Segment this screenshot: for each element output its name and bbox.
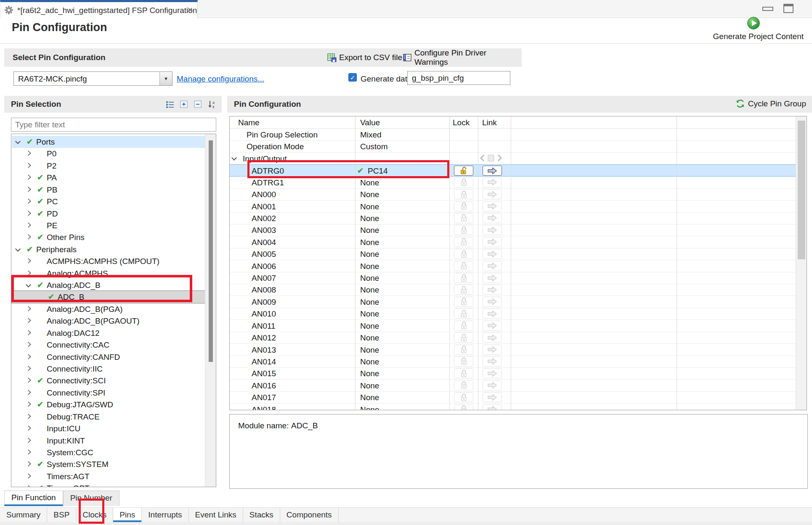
tree-scrollbar[interactable] bbox=[205, 134, 216, 487]
pin-value[interactable]: None bbox=[360, 357, 379, 367]
lock-button[interactable] bbox=[454, 356, 473, 367]
tree-item-input-icu[interactable]: Input:ICU bbox=[12, 422, 205, 435]
link-button[interactable] bbox=[483, 392, 502, 402]
tree-item-connectivity-iic[interactable]: Connectivity:IIC bbox=[12, 363, 205, 375]
tree-item-pe[interactable]: PE bbox=[12, 219, 205, 232]
lock-button[interactable] bbox=[454, 225, 473, 235]
lock-button[interactable] bbox=[454, 249, 473, 259]
link-button[interactable] bbox=[483, 297, 502, 307]
chevron-down-icon[interactable] bbox=[26, 282, 31, 288]
pin-row-an000[interactable]: AN000None bbox=[230, 188, 796, 201]
lock-button[interactable] bbox=[454, 309, 473, 319]
lock-button[interactable] bbox=[454, 392, 473, 402]
pin-configuration-select[interactable]: RA6T2-MCK.pincfg ▼ bbox=[13, 71, 172, 86]
chevron-right-icon[interactable] bbox=[26, 449, 31, 455]
pin-row-an012[interactable]: AN012None bbox=[230, 332, 796, 344]
pin-value[interactable]: None bbox=[360, 285, 379, 295]
column-header-link[interactable]: Link bbox=[482, 118, 497, 127]
tab-pins[interactable]: Pins bbox=[113, 508, 142, 522]
pin-row-an006[interactable]: AN006None bbox=[230, 260, 796, 272]
chevron-right-icon[interactable] bbox=[26, 473, 31, 479]
pin-row-an017[interactable]: AN017None bbox=[230, 391, 796, 404]
lock-button[interactable] bbox=[454, 368, 473, 378]
link-button[interactable] bbox=[483, 225, 502, 235]
pin-value[interactable]: None bbox=[360, 381, 379, 390]
tree-item-timers-gpt[interactable]: ✔Timers:GPT bbox=[12, 482, 205, 487]
expand-all-icon[interactable] bbox=[179, 99, 189, 109]
pin-value[interactable]: None bbox=[360, 369, 379, 378]
tree-item-pc[interactable]: ✔PC bbox=[12, 195, 205, 208]
link-button[interactable] bbox=[483, 285, 502, 295]
pin-nav-control[interactable] bbox=[479, 154, 503, 164]
tab-interrupts[interactable]: Interrupts bbox=[142, 508, 188, 522]
chevron-right-icon[interactable] bbox=[26, 414, 31, 419]
link-button[interactable] bbox=[483, 380, 502, 390]
maximize-icon[interactable] bbox=[783, 4, 793, 13]
chevron-right-icon[interactable] bbox=[26, 234, 31, 240]
pin-row-an004[interactable]: AN004None bbox=[230, 236, 796, 248]
pin-value[interactable]: Mixed bbox=[360, 130, 382, 140]
pin-value[interactable]: None bbox=[360, 322, 379, 331]
pin-row-an015[interactable]: AN015None bbox=[230, 367, 796, 380]
chevron-right-icon[interactable] bbox=[26, 485, 31, 487]
tree-view-mode-icon[interactable] bbox=[165, 99, 175, 109]
tab-summary[interactable]: Summary bbox=[0, 508, 47, 522]
lock-button[interactable] bbox=[454, 177, 473, 187]
lock-button[interactable] bbox=[454, 297, 473, 307]
link-button[interactable] bbox=[483, 213, 502, 223]
tree-item-p0[interactable]: P0 bbox=[12, 148, 205, 160]
pin-row-an011[interactable]: AN011None bbox=[230, 320, 796, 332]
lock-button[interactable] bbox=[454, 345, 473, 355]
tree-item-system-cgc[interactable]: System:CGC bbox=[12, 446, 205, 459]
configure-pin-driver-warnings-button[interactable]: Configure Pin Driver Warnings bbox=[403, 52, 522, 63]
link-button[interactable] bbox=[483, 332, 502, 343]
lock-button[interactable] bbox=[454, 380, 473, 390]
cycle-pin-group-button[interactable]: Cycle Pin Group bbox=[735, 99, 806, 108]
pin-row-an007[interactable]: AN007None bbox=[230, 272, 796, 284]
close-icon[interactable]: ✕ bbox=[187, 5, 193, 15]
chevron-right-icon[interactable] bbox=[26, 401, 31, 407]
lock-button[interactable] bbox=[454, 213, 473, 223]
chevron-right-icon[interactable] bbox=[26, 425, 31, 431]
lock-button[interactable] bbox=[454, 237, 473, 247]
lock-button[interactable] bbox=[454, 201, 473, 211]
tab-clocks[interactable]: Clocks bbox=[76, 508, 113, 522]
tree-item-pa[interactable]: ✔PA bbox=[12, 171, 205, 184]
pin-value[interactable]: Custom bbox=[360, 142, 387, 151]
generate-project-content-button[interactable]: Generate Project Content bbox=[703, 17, 804, 43]
manage-configurations-link[interactable]: Manage configurations... bbox=[177, 74, 264, 84]
column-header-name[interactable]: Name bbox=[238, 118, 260, 127]
pin-value[interactable]: None bbox=[360, 214, 379, 223]
tree-item-analog-acmphs[interactable]: Analog:ACMPHS bbox=[12, 267, 205, 280]
pin-value[interactable]: None bbox=[360, 202, 379, 211]
tree-scrollbar-thumb[interactable] bbox=[209, 140, 213, 362]
minimize-icon[interactable] bbox=[762, 7, 773, 11]
lock-button[interactable] bbox=[454, 321, 473, 331]
pin-row-an010[interactable]: AN010None bbox=[230, 308, 796, 320]
chevron-right-icon[interactable] bbox=[26, 354, 31, 359]
tree-item-debug-jtag-swd[interactable]: ✔Debug:JTAG/SWD bbox=[12, 398, 205, 411]
pin-row-an009[interactable]: AN009None bbox=[230, 296, 796, 308]
link-button[interactable] bbox=[483, 166, 502, 176]
pin-value[interactable]: None bbox=[360, 333, 379, 343]
chevron-right-icon[interactable] bbox=[26, 163, 31, 168]
tree-item-analog-dac12[interactable]: Analog:DAC12 bbox=[12, 327, 205, 339]
tree-item-acmphs-acmphs-cmpout[interactable]: ACMPHS:ACMPHS (CMPOUT) bbox=[12, 255, 205, 267]
pin-row-adtrg1[interactable]: ADTRG1None bbox=[230, 177, 796, 189]
pin-value[interactable]: None bbox=[360, 238, 379, 247]
link-button[interactable] bbox=[483, 321, 502, 331]
tree-item-adc-b[interactable]: ✔ADC_B bbox=[12, 291, 205, 303]
chevron-right-icon[interactable] bbox=[26, 198, 31, 204]
pin-row-an003[interactable]: AN003None bbox=[230, 224, 796, 236]
tab-stacks[interactable]: Stacks bbox=[243, 508, 280, 522]
tree-item-input-kint[interactable]: Input:KINT bbox=[12, 435, 205, 447]
tree-filter-input[interactable]: Type filter text bbox=[11, 118, 216, 132]
tree-item-timers-agt[interactable]: Timers:AGT bbox=[12, 470, 205, 483]
pin-row-an001[interactable]: AN001None bbox=[230, 201, 796, 213]
generate-data-checkbox[interactable]: ✓ bbox=[348, 73, 357, 82]
tree-item-system-system[interactable]: ✔System:SYSTEM bbox=[12, 458, 205, 470]
link-button[interactable] bbox=[483, 177, 502, 187]
tree-item-analog-adc-b-pga[interactable]: Analog:ADC_B(PGA) bbox=[12, 303, 205, 315]
chevron-right-icon[interactable] bbox=[26, 187, 31, 192]
tree-item-ports[interactable]: ✔Ports bbox=[12, 136, 205, 148]
